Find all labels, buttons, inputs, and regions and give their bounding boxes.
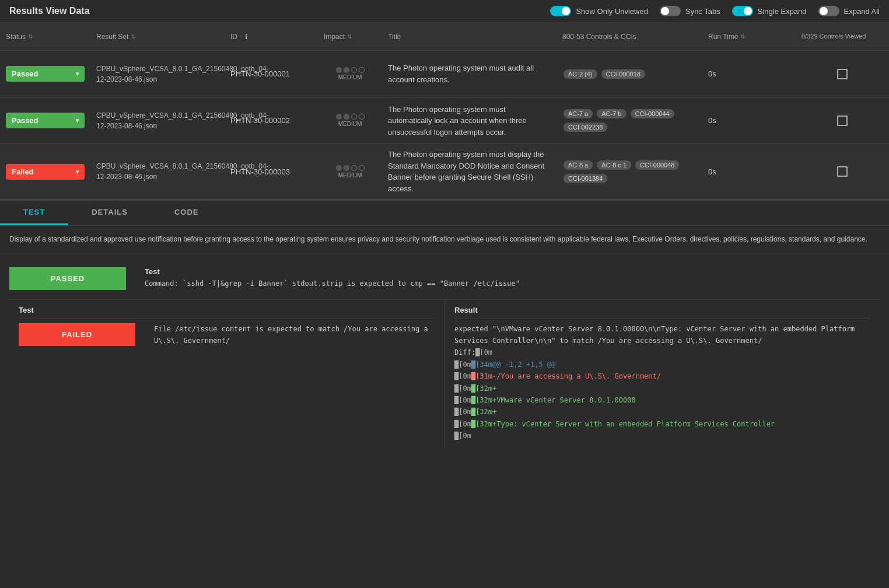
test-text: File /etc/issue content is expected to m… <box>154 323 435 347</box>
header: Results View Data Show Only Unviewed Syn… <box>0 0 889 23</box>
passed-button[interactable]: PASSED <box>9 267 126 290</box>
test-section: PASSED Test Command: `sshd -T|&grep -i B… <box>0 254 889 456</box>
runtime-cell-3: 0s <box>702 163 796 181</box>
th-result-set: Result Set ⇅ <box>90 29 225 44</box>
status-cell-2: Passed ▾ <box>0 108 90 133</box>
status-badge-failed-3[interactable]: Failed ▾ <box>6 164 85 180</box>
sync-tabs-toggle-group: Sync Tabs <box>660 6 720 16</box>
chevron-down-icon: ▾ <box>76 117 79 124</box>
status-cell-3: Failed ▾ <box>0 159 90 184</box>
single-expand-toggle[interactable] <box>732 6 753 16</box>
result-set-cell-1: CPBU_vSphere_VCSA_8.0.1_GA_21560480_ootb… <box>90 59 225 89</box>
panel-description: Display of a standardized and approved u… <box>0 226 889 254</box>
test-col-right: Result expected "\nVMware vCenter Server… <box>444 300 880 448</box>
table-row: Passed ▾ CPBU_vSphere_VCSA_8.0.1_GA_2156… <box>0 51 889 97</box>
dot-3 <box>351 67 357 73</box>
id-cell-2: PHTN-30-000002 <box>225 111 318 130</box>
test-results-grid: Test FAILED File /etc/issue content is e… <box>9 299 880 448</box>
dot-3 <box>351 114 357 120</box>
table-row: Passed ▾ CPBU_vSphere_VCSA_8.0.1_GA_2156… <box>0 97 889 144</box>
runtime-sort-icon[interactable]: ⇅ <box>740 33 745 40</box>
tag: AC-8 c 1 <box>597 160 631 170</box>
tag: AC-8 a <box>564 160 593 170</box>
result-set-cell-2: CPBU_vSphere_VCSA_8.0.1_GA_21560480_ootb… <box>90 106 225 136</box>
id-info-icon[interactable]: ℹ <box>245 33 248 41</box>
id-sort-icon[interactable]: ↑ <box>240 33 243 40</box>
bottom-panel: TEST DETAILS CODE Display of a standardi… <box>0 200 889 456</box>
tags-cell-2: AC-7 a AC-7 b CCI-000044 CCI-002238 <box>556 103 702 138</box>
panel-tabs: TEST DETAILS CODE <box>0 201 889 226</box>
result-set-cell-3: CPBU_vSphere_VCSA_8.0.1_GA_21560480_ootb… <box>90 156 225 187</box>
table-header: Status ⇅ Result Set ⇅ ID ↑ ℹ Impact ⇅ Ti… <box>0 23 889 51</box>
test-col-header: Test <box>19 306 435 318</box>
result-set-sort-icon[interactable]: ⇅ <box>131 33 135 40</box>
result-text: expected "\nVMware vCenter Server 8.0.1.… <box>454 323 870 442</box>
tab-test[interactable]: TEST <box>0 201 68 225</box>
impact-cell-2: MEDIUM <box>318 109 382 132</box>
status-badge-passed-1[interactable]: Passed ▾ <box>6 66 85 82</box>
checkbox-cell-1 <box>796 64 889 84</box>
single-expand-label: Single Expand <box>758 7 807 16</box>
tab-details[interactable]: DETAILS <box>68 201 151 225</box>
page-title: Results View Data <box>9 6 90 16</box>
impact-cell-1: MEDIUM <box>318 62 382 85</box>
th-status: Status ⇅ <box>0 29 90 44</box>
row-checkbox-3[interactable] <box>837 166 848 177</box>
failed-button[interactable]: FAILED <box>19 323 135 346</box>
tag: CCI-001384 <box>564 174 607 183</box>
show-only-unviewed-toggle-group: Show Only Unviewed <box>550 6 648 16</box>
passed-test-area: PASSED Test Command: `sshd -T|&grep -i B… <box>9 262 880 295</box>
title-cell-2: The Photon operating system must automat… <box>382 99 556 143</box>
sync-tabs-toggle[interactable] <box>660 6 681 16</box>
checkbox-cell-2 <box>796 111 889 131</box>
test-col-left: Test FAILED File /etc/issue content is e… <box>9 300 444 448</box>
tag: CCI-000044 <box>631 109 674 118</box>
single-expand-toggle-group: Single Expand <box>732 6 807 16</box>
row-checkbox-1[interactable] <box>837 69 848 79</box>
th-id: ID ↑ ℹ <box>225 29 318 44</box>
show-only-unviewed-label: Show Only Unviewed <box>576 7 648 16</box>
th-controls: 800-53 Controls & CCIs <box>556 29 702 44</box>
sync-tabs-label: Sync Tabs <box>685 7 720 16</box>
header-controls: Show Only Unviewed Sync Tabs Single Expa… <box>550 6 880 16</box>
checkbox-cell-3 <box>796 162 889 181</box>
status-sort-icon[interactable]: ⇅ <box>28 33 33 40</box>
status-badge-passed-2[interactable]: Passed ▾ <box>6 113 85 128</box>
tab-code[interactable]: CODE <box>151 201 222 225</box>
expand-all-label: Expand All <box>844 7 880 16</box>
tag: AC-2 (4) <box>564 69 597 79</box>
impact-sort-icon[interactable]: ⇅ <box>347 33 352 40</box>
dot-1 <box>336 67 342 73</box>
status-cell-1: Passed ▾ <box>0 61 90 86</box>
dot-2 <box>344 114 349 120</box>
th-impact: Impact ⇅ <box>318 29 382 44</box>
show-only-unviewed-toggle[interactable] <box>550 6 571 16</box>
th-title: Title <box>382 29 556 44</box>
table-row: Failed ▾ CPBU_vSphere_VCSA_8.0.1_GA_2156… <box>0 144 889 200</box>
dot-1 <box>336 165 342 171</box>
id-cell-3: PHTN-30-000003 <box>225 163 318 181</box>
tag: CCI-000048 <box>635 160 679 170</box>
runtime-cell-1: 0s <box>702 65 796 83</box>
tags-cell-3: AC-8 a AC-8 c 1 CCI-000048 CCI-001384 <box>556 155 702 189</box>
dot-3 <box>351 165 357 171</box>
th-runtime: Run Time ⇅ <box>702 29 796 44</box>
dot-4 <box>359 67 365 73</box>
dot-2 <box>344 67 349 73</box>
title-cell-1: The Photon operating system must audit a… <box>382 58 556 90</box>
dot-1 <box>336 114 342 120</box>
test-block-passed: Test Command: `sshd -T|&grep -i Banner` … <box>145 267 520 288</box>
row-checkbox-2[interactable] <box>837 116 848 126</box>
tags-cell-1: AC-2 (4) CCI-000018 <box>556 64 702 85</box>
dot-4 <box>359 114 365 120</box>
tag: AC-7 b <box>597 109 626 118</box>
expand-all-toggle[interactable] <box>818 6 839 16</box>
id-cell-1: PHTN-30-000001 <box>225 65 318 83</box>
tag: CCI-002238 <box>564 123 607 132</box>
dot-4 <box>359 165 365 171</box>
tag: AC-7 a <box>564 109 593 118</box>
impact-cell-3: MEDIUM <box>318 160 382 183</box>
expand-all-toggle-group: Expand All <box>818 6 880 16</box>
title-cell-3: The Photon operating system must display… <box>382 144 556 199</box>
runtime-cell-2: 0s <box>702 111 796 130</box>
